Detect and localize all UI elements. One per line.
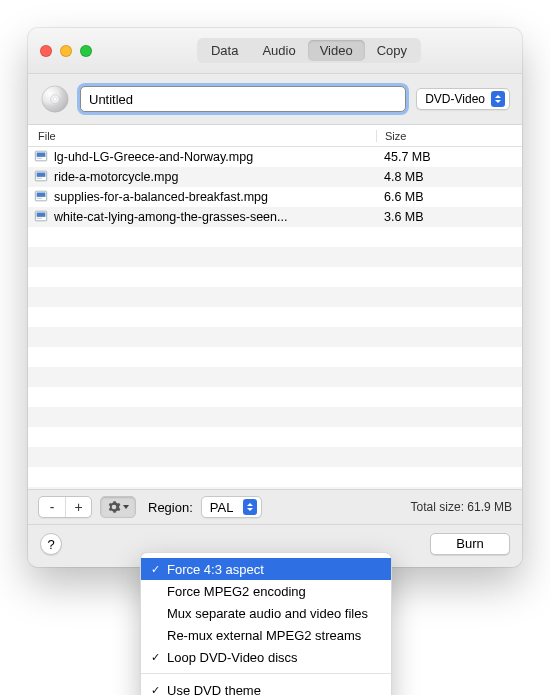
- svg-point-2: [53, 97, 57, 101]
- svg-rect-10: [37, 192, 46, 196]
- disc-type-value: DVD-Video: [425, 92, 485, 106]
- remove-button[interactable]: -: [39, 497, 65, 517]
- menu-item-label: Mux separate audio and video files: [167, 606, 368, 621]
- gear-icon: [107, 500, 121, 514]
- svg-rect-11: [37, 197, 42, 198]
- menu-item-label: Force 4:3 aspect: [167, 562, 264, 577]
- svg-rect-8: [37, 177, 42, 178]
- disc-icon: [40, 84, 70, 114]
- video-file-icon: [34, 209, 48, 226]
- table-header: File Size: [28, 125, 522, 147]
- options-menu-button[interactable]: [100, 496, 136, 518]
- chevron-down-icon: [123, 505, 129, 509]
- tab-video[interactable]: Video: [308, 40, 365, 61]
- menu-item[interactable]: Re-mux external MPEG2 streams: [141, 624, 391, 646]
- table-row[interactable]: supplies-for-a-balanced-breakfast.mpg 6.…: [28, 187, 522, 207]
- check-icon: ✓: [149, 684, 161, 696]
- stepper-icon: [243, 499, 257, 515]
- disc-type-select[interactable]: DVD-Video: [416, 88, 510, 110]
- menu-item[interactable]: ✓Loop DVD-Video discs: [141, 646, 391, 668]
- close-button[interactable]: [40, 45, 52, 57]
- burn-button[interactable]: Burn: [430, 533, 510, 555]
- menu-item[interactable]: Mux separate audio and video files: [141, 602, 391, 624]
- region-select[interactable]: PAL: [201, 496, 263, 518]
- help-button[interactable]: ?: [40, 533, 62, 555]
- video-file-icon: [34, 189, 48, 206]
- menu-item-label: Re-mux external MPEG2 streams: [167, 628, 361, 643]
- table-row[interactable]: ride-a-motorcycle.mpg 4.8 MB: [28, 167, 522, 187]
- menu-item-label: Use DVD theme: [167, 683, 261, 696]
- table-row[interactable]: white-cat-lying-among-the-grasses-seen..…: [28, 207, 522, 227]
- menu-item[interactable]: Force MPEG2 encoding: [141, 580, 391, 602]
- add-button[interactable]: +: [65, 497, 91, 517]
- zoom-button[interactable]: [80, 45, 92, 57]
- menu-item[interactable]: ✓Use DVD theme: [141, 679, 391, 695]
- file-name: supplies-for-a-balanced-breakfast.mpg: [54, 190, 268, 204]
- svg-rect-7: [37, 172, 46, 176]
- video-file-icon: [34, 149, 48, 166]
- file-name: ride-a-motorcycle.mpg: [54, 170, 178, 184]
- table-row[interactable]: lg-uhd-LG-Greece-and-Norway.mpg 45.7 MB: [28, 147, 522, 167]
- svg-rect-14: [37, 217, 42, 218]
- file-size: 6.6 MB: [376, 190, 516, 204]
- window-controls: [40, 45, 92, 57]
- region-value: PAL: [210, 500, 234, 515]
- check-icon: ✓: [149, 651, 161, 664]
- file-name: white-cat-lying-among-the-grasses-seen..…: [54, 210, 287, 224]
- stepper-icon: [491, 91, 505, 107]
- menu-item[interactable]: ✓Force 4:3 aspect: [141, 558, 391, 580]
- check-icon: ✓: [149, 563, 161, 576]
- window: Data Audio Video Copy DVD-Video: [28, 28, 522, 567]
- svg-rect-4: [37, 152, 46, 156]
- region-label: Region:: [148, 500, 193, 515]
- column-header-size[interactable]: Size: [376, 130, 516, 142]
- mode-tabs: Data Audio Video Copy: [197, 38, 421, 63]
- tab-audio[interactable]: Audio: [250, 40, 307, 61]
- total-size-label: Total size: 61.9 MB: [411, 500, 512, 514]
- file-size: 3.6 MB: [376, 210, 516, 224]
- tab-copy[interactable]: Copy: [365, 40, 419, 61]
- file-name: lg-uhd-LG-Greece-and-Norway.mpg: [54, 150, 253, 164]
- minimize-button[interactable]: [60, 45, 72, 57]
- disc-header: DVD-Video: [28, 74, 522, 124]
- svg-rect-13: [37, 212, 46, 216]
- menu-separator: [141, 673, 391, 674]
- column-header-file[interactable]: File: [34, 130, 376, 142]
- add-remove-group: - +: [38, 496, 92, 518]
- menu-item-label: Force MPEG2 encoding: [167, 584, 306, 599]
- file-size: 45.7 MB: [376, 150, 516, 164]
- titlebar: Data Audio Video Copy: [28, 28, 522, 74]
- file-table: File Size lg-uhd-LG-Greece-and-Norway.mp…: [28, 124, 522, 490]
- tab-data[interactable]: Data: [199, 40, 250, 61]
- svg-rect-5: [37, 157, 42, 158]
- table-body[interactable]: lg-uhd-LG-Greece-and-Norway.mpg 45.7 MB …: [28, 147, 522, 489]
- file-size: 4.8 MB: [376, 170, 516, 184]
- bottom-toolbar: - + Region: PAL Total size: 61.9 MB: [28, 490, 522, 525]
- menu-item-label: Loop DVD-Video discs: [167, 650, 298, 665]
- disc-title-input[interactable]: [80, 86, 406, 112]
- video-file-icon: [34, 169, 48, 186]
- options-menu: ✓Force 4:3 aspectForce MPEG2 encodingMux…: [140, 552, 392, 695]
